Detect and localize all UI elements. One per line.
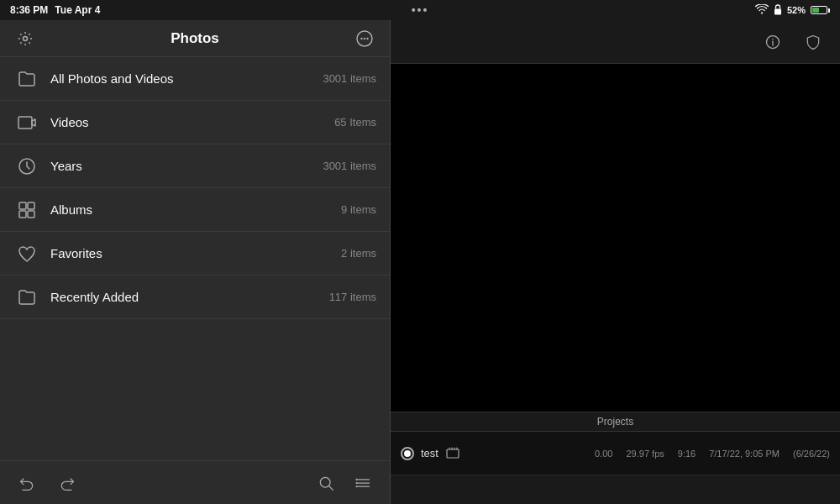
more-options-button[interactable]: [353, 27, 376, 50]
projects-section: Projects test 0.00 29.97 fps 9:16 7/17/2…: [391, 412, 840, 504]
status-left: 8:36 PM Tue Apr 4: [10, 4, 100, 16]
sidebar-title: Photos: [37, 30, 353, 47]
favorites-icon: [13, 240, 40, 267]
years-icon: [13, 153, 40, 180]
svg-rect-8: [19, 202, 26, 209]
main-top-toolbar: [391, 20, 840, 64]
recently-added-count: 117 items: [329, 291, 376, 303]
project-resolution: 9:16: [678, 449, 696, 459]
albums-count: 9 items: [341, 203, 376, 216]
project-radio[interactable]: [401, 447, 414, 460]
project-meta: 0.00 29.97 fps 9:16 7/17/22, 9:05 PM (6/…: [595, 449, 830, 459]
battery-percent: 52%: [787, 5, 806, 15]
dots-menu[interactable]: •••: [412, 3, 429, 17]
shield-button[interactable]: [800, 29, 827, 55]
svg-point-1: [24, 36, 28, 40]
project-row[interactable]: test 0.00 29.97 fps 9:16 7/17/22, 9:05 P…: [391, 432, 840, 475]
project-radio-fill: [404, 450, 411, 457]
battery-icon: [811, 6, 830, 14]
svg-line-13: [329, 486, 333, 490]
sidebar-item-years[interactable]: Years 3001 items: [0, 144, 390, 188]
svg-point-12: [320, 477, 330, 487]
settings-button[interactable]: [13, 27, 37, 50]
video-folder-icon: [13, 109, 40, 136]
redo-button[interactable]: [54, 470, 81, 496]
list-view-button[interactable]: [349, 470, 376, 496]
videos-label: Videos: [50, 115, 324, 129]
svg-rect-10: [19, 211, 26, 218]
svg-rect-6: [18, 117, 32, 129]
svg-rect-28: [447, 449, 459, 458]
recently-added-label: Recently Added: [50, 290, 319, 304]
project-clip-icon: [445, 446, 460, 461]
all-photos-label: All Photos and Videos: [50, 71, 312, 86]
time-display: 8:36 PM: [10, 4, 48, 16]
sidebar-item-recently-added[interactable]: Recently Added 117 items: [0, 276, 390, 319]
wifi-icon: [755, 4, 769, 17]
svg-point-5: [366, 37, 368, 39]
folder-icon: [13, 66, 40, 92]
sidebar-item-all-photos[interactable]: All Photos and Videos 3001 items: [0, 57, 390, 101]
project-timecode: 0.00: [595, 449, 612, 459]
years-count: 3001 items: [323, 160, 376, 172]
sidebar-item-videos[interactable]: Videos 65 Items: [0, 101, 390, 144]
albums-icon: [13, 197, 40, 223]
info-button[interactable]: [759, 29, 786, 55]
favorites-count: 2 items: [341, 247, 376, 260]
sidebar-item-favorites[interactable]: Favorites 2 items: [0, 232, 390, 276]
sidebar-item-albums[interactable]: Albums 9 items: [0, 188, 390, 232]
status-bar: 8:36 PM Tue Apr 4 ••• 52%: [0, 0, 840, 20]
search-button[interactable]: [312, 470, 339, 496]
recently-added-icon: [13, 284, 40, 311]
project-date: 7/17/22, 9:05 PM: [709, 449, 780, 459]
svg-rect-11: [28, 211, 34, 218]
svg-rect-9: [28, 202, 34, 209]
svg-point-22: [773, 39, 774, 39]
sidebar-list: All Photos and Videos 3001 items Videos …: [0, 57, 390, 460]
sidebar-bottom-toolbar: [0, 460, 390, 504]
svg-point-3: [360, 37, 362, 39]
svg-point-4: [364, 37, 365, 39]
project-fps: 29.97 fps: [627, 449, 664, 459]
projects-label: Projects: [391, 412, 840, 432]
sidebar: Photos All Photos and Videos 3001 items: [0, 20, 390, 504]
preview-area: [391, 64, 840, 460]
all-photos-count: 3001 items: [323, 72, 376, 85]
status-right: 52%: [755, 4, 830, 17]
years-label: Years: [50, 159, 312, 173]
project-name: test: [421, 447, 438, 459]
sidebar-header: Photos: [0, 20, 390, 57]
videos-count: 65 Items: [334, 116, 376, 129]
undo-button[interactable]: [13, 470, 40, 496]
date-display: Tue Apr 4: [55, 4, 100, 16]
projects-list: test 0.00 29.97 fps 9:16 7/17/22, 9:05 P…: [391, 432, 840, 475]
lock-icon: [774, 4, 782, 17]
svg-rect-0: [774, 8, 781, 14]
favorites-label: Favorites: [50, 246, 331, 260]
project-extra: (6/26/22): [793, 449, 830, 459]
albums-label: Albums: [50, 202, 331, 217]
